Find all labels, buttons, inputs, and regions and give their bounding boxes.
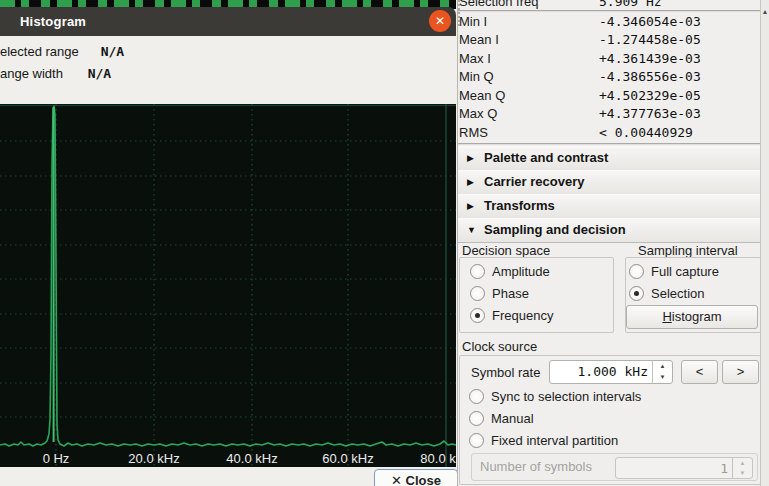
- max-q-value: +4.377763e-03: [599, 105, 701, 123]
- section-label: Transforms: [484, 195, 555, 217]
- number-of-symbols-spinner: ▲ ▼: [732, 458, 752, 478]
- spin-down-icon[interactable]: ▼: [653, 372, 672, 383]
- radio-fixed-interval-partition[interactable]: Fixed interval partition: [469, 432, 618, 450]
- mean-q-label: Mean Q: [459, 87, 505, 105]
- radio-frequency[interactable]: Frequency: [470, 307, 553, 325]
- chevron-right-icon: ▶: [467, 147, 474, 169]
- min-q-row: Min Q -4.386556e-03: [458, 68, 761, 86]
- x-tick-20khz: 20.0 kHz: [119, 451, 189, 466]
- radio-label: Manual: [491, 411, 534, 426]
- min-i-label: Min I: [459, 13, 487, 31]
- x-tick-40khz: 40.0 kHz: [217, 451, 287, 466]
- radio-checked-icon: [629, 286, 644, 301]
- radio-icon: [470, 286, 485, 301]
- symbol-rate-spinner[interactable]: ▲ ▼: [652, 361, 672, 383]
- mean-i-value: -1.274458e-05: [599, 31, 701, 49]
- mean-i-row: Mean I -1.274458e-05: [458, 31, 761, 49]
- spin-up-icon: ▲: [733, 458, 752, 468]
- settings-panel: Selection freq 5.909 Hz Min I -4.346054e…: [457, 0, 761, 486]
- range-width-label: ange width: [0, 66, 84, 81]
- symbol-rate-value: 1.000 kHz: [578, 361, 648, 383]
- symbol-rate-spinbox[interactable]: 1.000 kHz ▲ ▼: [549, 360, 673, 384]
- radio-icon: [469, 389, 484, 404]
- rms-row: RMS < 0.00440929: [458, 124, 761, 142]
- radio-selection[interactable]: Selection: [629, 285, 704, 303]
- radio-sync-to-selection-intervals[interactable]: Sync to selection intervals: [469, 388, 641, 406]
- section-transforms[interactable]: ▶ Transforms: [458, 194, 761, 219]
- symbol-rate-step-forward-button[interactable]: >: [722, 360, 759, 384]
- selection-info-panel: elected range N/A ange width N/A: [0, 36, 456, 104]
- window-title: Histogram: [20, 14, 86, 29]
- spin-up-icon[interactable]: ▲: [653, 361, 672, 372]
- max-q-row: Max Q +4.377763e-03: [458, 105, 761, 123]
- sampling-interval-label: Sampling interval: [638, 243, 738, 258]
- rms-label: RMS: [459, 124, 488, 142]
- radio-label: Selection: [651, 286, 704, 301]
- selected-range-row: elected range N/A: [0, 44, 124, 62]
- x-tick-0hz: 0 Hz: [21, 451, 91, 466]
- decision-space-label: Decision space: [462, 243, 550, 258]
- section-carrier-recovery[interactable]: ▶ Carrier recovery: [458, 170, 761, 195]
- window-close-icon[interactable]: ✕: [429, 10, 451, 32]
- separator: [458, 143, 761, 145]
- chevron-right-icon: ▶: [467, 195, 474, 217]
- histogram-button-mnemonic: H: [662, 309, 671, 324]
- histogram-trace-svg: [0, 104, 456, 467]
- histogram-window-footer: ✕ Close: [0, 467, 456, 486]
- min-q-label: Min Q: [459, 68, 494, 86]
- min-i-row: Min I -4.346054e-03: [458, 13, 761, 31]
- histogram-button[interactable]: Histogram: [626, 305, 758, 329]
- radio-full-capture[interactable]: Full capture: [629, 263, 719, 281]
- radio-label: Full capture: [651, 264, 719, 279]
- selected-range-label: elected range: [0, 44, 97, 59]
- chevron-right-icon: ▶: [467, 171, 474, 193]
- section-label: Sampling and decision: [484, 219, 626, 241]
- number-of-symbols-field: Number of symbols 1 ▲ ▼: [471, 453, 758, 481]
- scrollbar[interactable]: ▲: [760, 0, 769, 486]
- symbol-rate-step-back-button[interactable]: <: [681, 360, 718, 384]
- radio-label: Sync to selection intervals: [491, 389, 641, 404]
- radio-amplitude[interactable]: Amplitude: [470, 263, 550, 281]
- radio-label: Frequency: [492, 308, 553, 323]
- number-of-symbols-value: 1: [720, 458, 728, 480]
- radio-manual[interactable]: Manual: [469, 410, 534, 428]
- close-button[interactable]: ✕ Close: [374, 469, 458, 486]
- clock-source-label: Clock source: [462, 339, 537, 354]
- radio-icon: [470, 264, 485, 279]
- section-label: Carrier recovery: [484, 171, 584, 193]
- max-i-row: Max I +4.361439e-03: [458, 50, 761, 68]
- close-button-icon: ✕: [391, 473, 402, 486]
- histogram-plot: 0 Hz 20.0 kHz 40.0 kHz 60.0 kHz 80.0 kHz: [0, 104, 456, 467]
- histogram-button-label: istogram: [672, 309, 722, 324]
- symbol-rate-label: Symbol rate: [471, 365, 540, 380]
- mean-q-value: +4.502329e-05: [599, 87, 701, 105]
- radio-checked-icon: [470, 308, 485, 323]
- mean-q-row: Mean Q +4.502329e-05: [458, 87, 761, 105]
- max-q-label: Max Q: [459, 105, 497, 123]
- rms-value: < 0.00440929: [599, 124, 693, 142]
- radio-icon: [629, 264, 644, 279]
- radio-phase[interactable]: Phase: [470, 285, 529, 303]
- min-i-value: -4.346054e-03: [599, 13, 701, 31]
- max-i-value: +4.361439e-03: [599, 50, 701, 68]
- mean-i-label: Mean I: [459, 31, 499, 49]
- scroll-up-icon[interactable]: ▲: [761, 8, 769, 16]
- section-sampling-and-decision[interactable]: ▼ Sampling and decision: [458, 218, 761, 243]
- close-button-label: Close: [406, 473, 441, 486]
- spin-down-icon: ▼: [733, 468, 752, 478]
- max-i-label: Max I: [459, 50, 491, 68]
- section-label: Palette and contrast: [484, 147, 608, 169]
- range-width-value: N/A: [88, 66, 111, 81]
- histogram-window-titlebar[interactable]: Histogram ✕: [0, 7, 456, 36]
- radio-icon: [469, 411, 484, 426]
- section-palette-and-contrast[interactable]: ▶ Palette and contrast: [458, 146, 761, 171]
- x-tick-60khz: 60.0 kHz: [313, 451, 383, 466]
- radio-label: Fixed interval partition: [491, 433, 618, 448]
- radio-icon: [469, 433, 484, 448]
- radio-label: Phase: [492, 286, 529, 301]
- radio-label: Amplitude: [492, 264, 550, 279]
- selected-range-value: N/A: [101, 44, 124, 59]
- chevron-down-icon: ▼: [467, 219, 476, 241]
- min-q-value: -4.386556e-03: [599, 68, 701, 86]
- number-of-symbols-spinbox: 1 ▲ ▼: [615, 457, 753, 479]
